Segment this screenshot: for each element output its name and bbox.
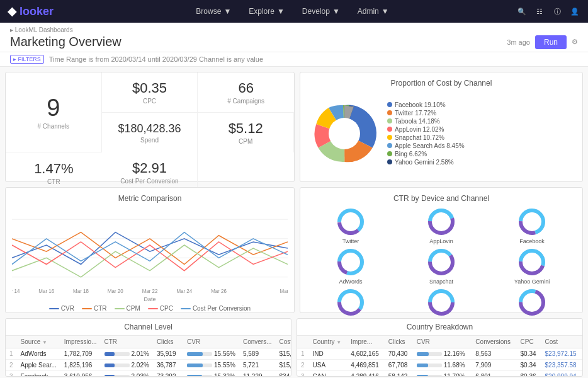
cpc-value: $0.35 [132, 80, 167, 96]
svg-point-28 [343, 255, 358, 270]
metric-spend: $180,428.36 Spend [102, 113, 198, 152]
legend-applovin: AppLovin 12.02% [387, 126, 576, 133]
metric-comparison-panel: Metric Comparison [5, 187, 295, 313]
channel-table-panel: Channel Level Source ▼ Impressio... CTR … [5, 318, 291, 377]
twitter-donut-label: Twitter [342, 238, 359, 244]
help-icon[interactable]: ⓘ [551, 6, 563, 17]
svg-point-0 [329, 118, 360, 149]
nav-develop[interactable]: Develop ▼ [293, 0, 349, 23]
legend-cvr: CVR [49, 305, 74, 312]
user-icon[interactable]: 👤 [569, 6, 580, 17]
twitter-label: Twitter 17.72% [395, 110, 436, 117]
twitter-dot [387, 110, 392, 115]
ctr-yahoo: Yahoo Gemini [488, 247, 576, 285]
nav-admin[interactable]: Admin ▼ [349, 0, 398, 23]
country-table-body: 1 IND 4,602,165 70,430 12.16% 8,563 $0.3… [297, 348, 582, 377]
taboola-label: Taboola 14.18% [395, 118, 440, 125]
table-row: 3 CAN 4,289,416 58,142 11.70% 6,801 $0.3… [297, 371, 582, 377]
bing-dot [387, 151, 392, 156]
pie-chart-panel: Proportion of Cost by Channel [300, 72, 583, 182]
table-row: 2 Apple Sear... 1,825,196 2.02% 36,787 1… [6, 360, 291, 371]
svg-point-32 [434, 255, 449, 270]
line-chart-svg: Mar 14 Mar 16 Mar 18 Mar 20 Mar 22 Mar 2… [12, 207, 288, 296]
country-table-title: Country Breakdown [297, 319, 582, 336]
channel-table-title: Channel Level [6, 319, 291, 336]
cpc-label: CPC [143, 98, 156, 105]
campaigns-label: # Campaigns [227, 98, 264, 105]
adwords-donut [336, 247, 366, 277]
svg-point-44 [434, 295, 449, 310]
svg-text:Mar 14: Mar 14 [12, 289, 20, 294]
channel-table: Source ▼ Impressio... CTR Clicks CVR Con… [6, 336, 291, 376]
applovin-label: AppLovin 12.02% [395, 126, 444, 133]
ctr-snapchat: Snapchat [397, 247, 485, 285]
svg-text:Mar 18: Mar 18 [73, 289, 89, 294]
yahoo-label: Yahoo Gemini 2.58% [395, 159, 454, 166]
applovin-donut [426, 207, 456, 237]
svg-point-48 [524, 295, 540, 310]
table-row: 3 Facebook... 3,610,956 2.03% 73,292 15.… [6, 371, 291, 377]
svg-point-20 [434, 214, 449, 229]
filters-icon: ▸ FILTERS [10, 55, 44, 64]
channel-table-wrap[interactable]: Source ▼ Impressio... CTR Clicks CVR Con… [6, 336, 291, 376]
channel-table-body: 1 AdWords 1,782,709 2.01% 35,919 15.56% … [6, 348, 291, 377]
svg-text:Mar 22: Mar 22 [142, 289, 158, 294]
cpm-value: $5.12 [229, 120, 263, 137]
pie-svg-wrap [307, 96, 382, 171]
taboola-dot [387, 118, 392, 123]
yahoo-dot [387, 159, 392, 164]
ctr-applovin: AppLovin [397, 207, 485, 244]
facebook-dot [387, 102, 392, 107]
applovin-donut-label: AppLovin [429, 238, 453, 244]
country-table-wrap[interactable]: Country ▼ Impre... Clicks CVR Conversion… [297, 336, 582, 376]
campaigns-value: 66 [238, 80, 253, 96]
legend-cost-per-conv-line: Cost Per Conversion [181, 305, 251, 312]
metrics-grid: 9 # Channels $0.35 CPC 66 # Campaigns $1… [5, 72, 295, 182]
adwords-donut-label: AdWords [339, 278, 363, 285]
legend-taboola: Taboola 14.18% [387, 118, 576, 125]
legend-twitter: Twitter 17.72% [387, 110, 576, 117]
legend-bing: Bing 6.62% [387, 151, 576, 158]
top-nav: ◆ looker Browse ▼ Explore ▼ Develop ▼ Ad… [0, 0, 588, 23]
snapchat-dot [387, 135, 392, 140]
marketplace-icon[interactable]: ☷ [534, 6, 545, 17]
legend-apple: Apple Search Ads 8.45% [387, 142, 576, 149]
svg-text:Mar 26: Mar 26 [211, 289, 227, 294]
country-table-header: Country ▼ Impre... Clicks CVR Conversion… [297, 336, 582, 348]
spend-value: $180,428.36 [118, 122, 181, 135]
cpm-label: CPM [239, 138, 252, 145]
svg-text:Mar 24: Mar 24 [176, 289, 192, 294]
apple-dot [387, 143, 392, 148]
pie-svg [307, 96, 382, 171]
mid-row: Metric Comparison [5, 187, 583, 313]
spend-label: Spend [140, 137, 159, 144]
nav-explore[interactable]: Explore ▼ [240, 0, 293, 23]
time-ago: 3m ago [507, 38, 530, 46]
run-button[interactable]: Run [535, 35, 567, 49]
cost-per-conv-value: $2.91 [132, 160, 167, 176]
channel-table-header: Source ▼ Impressio... CTR Clicks CVR Con… [6, 336, 291, 348]
svg-text:Mar 20: Mar 20 [108, 289, 123, 294]
table-row: 2 USA 4,469,851 67,708 11.68% 7,909 $0.3… [297, 360, 582, 371]
metric-cpm: $5.12 CPM [198, 113, 294, 152]
metric-channels: 9 # Channels [6, 72, 102, 152]
svg-text:Mar 28: Mar 28 [280, 289, 288, 294]
filters-row: ▸ FILTERS Time Range is from 2020/03/14 … [10, 55, 263, 64]
ctr-label: CTR [47, 178, 60, 185]
search-icon[interactable]: 🔍 [516, 6, 528, 17]
page-title: Marketing Overview [10, 35, 122, 49]
bottom-row: Channel Level Source ▼ Impressio... CTR … [5, 318, 583, 377]
top-row: 9 # Channels $0.35 CPC 66 # Campaigns $1… [5, 72, 583, 182]
yahoo-donut-label: Yahoo Gemini [514, 278, 550, 285]
apple-label: Apple Search Ads 8.45% [395, 142, 465, 149]
country-table: Country ▼ Impre... Clicks CVR Conversion… [297, 336, 582, 376]
taboola-donut [426, 287, 456, 318]
settings-icon[interactable]: ⚙ [572, 38, 578, 46]
table-row: 1 IND 4,602,165 70,430 12.16% 8,563 $0.3… [297, 348, 582, 360]
legend-snapchat: Snapchat 10.72% [387, 134, 576, 141]
nav-browse[interactable]: Browse ▼ [187, 0, 240, 23]
channels-value: 9 [47, 94, 60, 122]
metric-comparison-title: Metric Comparison [12, 194, 288, 203]
svg-point-24 [524, 214, 540, 229]
pie-chart-content: Facebook 19.10% Twitter 17.72% Taboola 1… [307, 91, 576, 175]
